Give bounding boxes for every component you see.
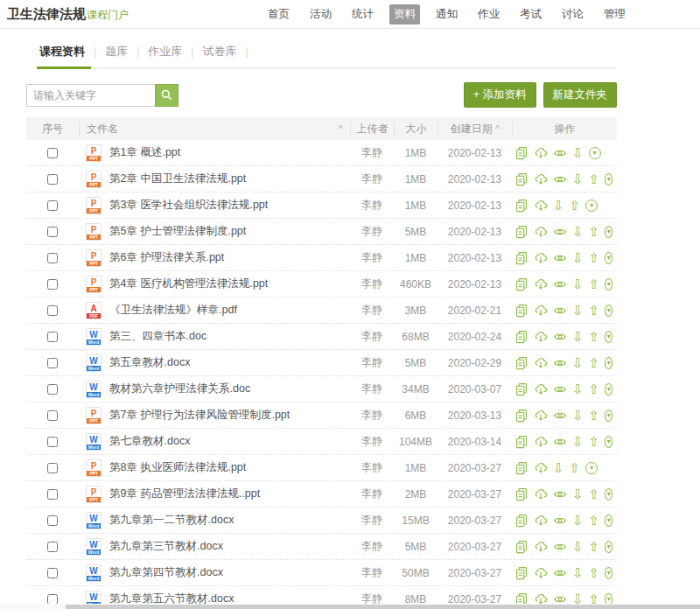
preview-eye-icon[interactable] (553, 356, 567, 370)
tab-试卷库[interactable]: 试卷库 (202, 44, 236, 67)
row-checkbox[interactable] (47, 305, 58, 316)
row-checkbox[interactable] (47, 148, 58, 158)
more-menu-icon[interactable]: ▼ (605, 488, 612, 500)
scrollbar-thumb[interactable] (66, 605, 700, 609)
search-button[interactable] (155, 84, 178, 107)
preview-eye-icon[interactable] (553, 540, 567, 554)
copy-icon[interactable] (514, 382, 528, 396)
file-name-link[interactable]: 《卫生法律法规》样章.pdf (109, 303, 237, 318)
file-name-link[interactable]: 第5章 护士管理法律制度.ppt (109, 224, 246, 239)
sort-asc-icon[interactable]: ^ (339, 122, 343, 136)
file-name-link[interactable]: 第8章 执业医师法律法规.ppt (109, 460, 246, 475)
cloud-download-icon[interactable] (534, 251, 548, 265)
nav-item-活动[interactable]: 活动 (305, 4, 336, 24)
move-down-icon[interactable]: ⇩ (572, 540, 584, 554)
tab-作业库[interactable]: 作业库 (148, 44, 182, 67)
cloud-download-icon[interactable] (534, 514, 548, 528)
nav-item-通知[interactable]: 通知 (431, 4, 462, 24)
move-down-icon[interactable]: ⇩ (572, 304, 584, 318)
copy-icon[interactable] (514, 172, 528, 186)
move-down-icon[interactable]: ⇩ (572, 435, 584, 449)
cloud-download-icon[interactable] (534, 172, 548, 186)
preview-eye-icon[interactable] (553, 330, 567, 344)
cloud-download-icon[interactable] (534, 409, 548, 423)
nav-item-统计[interactable]: 统计 (347, 4, 378, 24)
cloud-download-icon[interactable] (534, 356, 548, 370)
file-name-link[interactable]: 第九章第四节教材.docx (109, 565, 223, 580)
move-down-icon[interactable]: ⇩ (572, 566, 584, 580)
file-name-link[interactable]: 第6章 护理法律关系.ppt (109, 250, 224, 265)
cloud-download-icon[interactable] (534, 304, 548, 318)
move-up-icon[interactable]: ⇧ (589, 487, 600, 501)
more-menu-icon[interactable]: ▼ (585, 200, 598, 212)
more-menu-icon[interactable]: ▼ (605, 383, 612, 396)
more-menu-icon[interactable]: ▼ (605, 357, 612, 369)
more-menu-icon[interactable]: ▼ (605, 226, 612, 238)
move-up-icon[interactable]: ⇧ (570, 461, 581, 475)
horizontal-scrollbar[interactable] (0, 604, 700, 609)
row-checkbox[interactable] (47, 200, 58, 211)
move-down-icon[interactable]: ⇩ (572, 514, 584, 528)
more-menu-icon[interactable]: ▼ (605, 304, 612, 317)
copy-icon[interactable] (514, 356, 528, 370)
move-up-icon[interactable]: ⇧ (589, 540, 600, 554)
move-down-icon[interactable]: ⇩ (572, 409, 584, 423)
row-checkbox[interactable] (47, 463, 58, 473)
row-checkbox[interactable] (47, 332, 58, 342)
cloud-download-icon[interactable] (534, 487, 548, 501)
cloud-download-icon[interactable] (534, 435, 548, 449)
move-up-icon[interactable]: ⇧ (589, 514, 600, 528)
move-down-icon[interactable]: ⇩ (572, 225, 584, 239)
copy-icon[interactable] (514, 566, 528, 580)
more-menu-icon[interactable]: ▼ (605, 331, 612, 343)
move-down-icon[interactable]: ⇩ (553, 461, 564, 475)
copy-icon[interactable] (514, 277, 528, 291)
row-checkbox[interactable] (47, 174, 58, 185)
more-menu-icon[interactable]: ▼ (589, 147, 601, 159)
move-down-icon[interactable]: ⇩ (572, 172, 584, 186)
move-up-icon[interactable]: ⇧ (589, 409, 600, 423)
move-up-icon[interactable]: ⇧ (589, 251, 600, 265)
row-checkbox[interactable] (47, 253, 58, 263)
row-checkbox[interactable] (47, 515, 58, 526)
file-name-link[interactable]: 第九章第三节教材.docx (109, 539, 223, 554)
copy-icon[interactable] (514, 540, 528, 554)
row-checkbox[interactable] (47, 489, 58, 500)
cloud-download-icon[interactable] (534, 540, 548, 554)
file-name-link[interactable]: 第七章教材.docx (109, 434, 190, 449)
move-up-icon[interactable]: ⇧ (589, 277, 600, 291)
new-folder-button[interactable]: 新建文件夹 (543, 82, 618, 108)
nav-item-首页[interactable]: 首页 (263, 4, 294, 24)
row-checkbox[interactable] (47, 410, 58, 421)
move-down-icon[interactable]: ⇩ (572, 356, 584, 370)
preview-eye-icon[interactable] (553, 514, 567, 528)
nav-item-管理[interactable]: 管理 (599, 4, 630, 24)
more-menu-icon[interactable]: ▼ (605, 173, 612, 186)
nav-item-作业[interactable]: 作业 (473, 4, 504, 24)
move-up-icon[interactable]: ⇧ (589, 435, 600, 449)
cloud-download-icon[interactable] (534, 146, 548, 160)
file-name-link[interactable]: 第1章 概述.ppt (109, 145, 180, 160)
copy-icon[interactable] (514, 409, 528, 423)
more-menu-icon[interactable]: ▼ (605, 410, 612, 422)
copy-icon[interactable] (514, 487, 528, 501)
move-down-icon[interactable]: ⇩ (572, 146, 584, 160)
cloud-download-icon[interactable] (534, 199, 548, 213)
more-menu-icon[interactable]: ▼ (605, 252, 612, 264)
move-down-icon[interactable]: ⇩ (572, 487, 584, 501)
file-name-link[interactable]: 第4章 医疗机构管理法律法规.ppt (109, 276, 268, 291)
nav-item-讨论[interactable]: 讨论 (557, 4, 588, 24)
tab-题库[interactable]: 题库 (105, 44, 128, 67)
move-up-icon[interactable]: ⇧ (589, 225, 600, 239)
copy-icon[interactable] (514, 330, 528, 344)
search-input[interactable] (26, 84, 155, 107)
file-name-link[interactable]: 第三、四章书本.doc (109, 329, 206, 344)
preview-eye-icon[interactable] (553, 146, 567, 160)
tab-课程资料[interactable]: 课程资料 (39, 44, 85, 67)
file-name-link[interactable]: 第3章 医学社会组织法律法规.ppt (109, 198, 268, 213)
cloud-download-icon[interactable] (534, 277, 548, 291)
copy-icon[interactable] (514, 199, 528, 213)
nav-item-考试[interactable]: 考试 (515, 4, 546, 24)
more-menu-icon[interactable]: ▼ (605, 514, 612, 527)
move-down-icon[interactable]: ⇩ (553, 199, 564, 213)
